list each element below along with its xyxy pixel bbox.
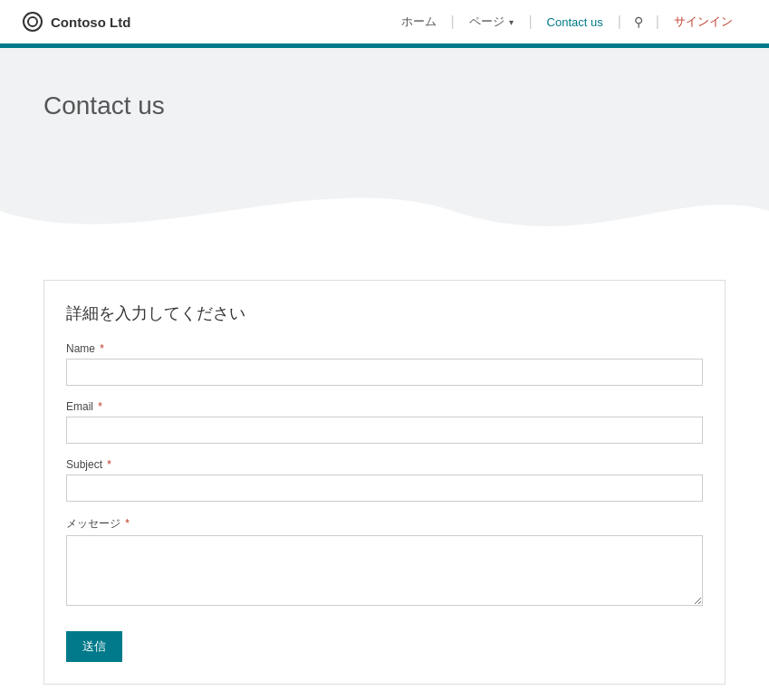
submit-button[interactable]: 送信 bbox=[66, 631, 122, 662]
contact-form-section: 詳細を入力してください Name * Email * Subject * メッ bbox=[43, 280, 726, 685]
form-section-title: 詳細を入力してください bbox=[66, 302, 703, 324]
message-label: メッセージ * bbox=[66, 516, 703, 532]
logo-icon bbox=[22, 11, 43, 33]
subject-input[interactable] bbox=[66, 475, 703, 502]
subject-field-group: Subject * bbox=[66, 458, 703, 502]
submit-area: 送信 bbox=[66, 631, 703, 662]
svg-point-0 bbox=[24, 13, 42, 31]
hero-section: Contact us bbox=[0, 48, 769, 247]
svg-point-1 bbox=[28, 17, 37, 26]
name-field-group: Name * bbox=[66, 342, 703, 386]
hero-wave bbox=[0, 157, 769, 247]
email-required-star: * bbox=[95, 400, 102, 413]
logo[interactable]: Contoso Ltd bbox=[22, 11, 130, 33]
email-label: Email * bbox=[66, 400, 703, 413]
message-textarea[interactable] bbox=[66, 535, 703, 606]
name-required-star: * bbox=[97, 342, 104, 355]
message-field-group: メッセージ * bbox=[66, 516, 703, 609]
nav-signin[interactable]: サインイン bbox=[659, 14, 747, 30]
email-input[interactable] bbox=[66, 417, 703, 444]
subject-label: Subject * bbox=[66, 458, 703, 471]
main-content: 詳細を入力してください Name * Email * Subject * メッ bbox=[0, 247, 769, 700]
email-field-group: Email * bbox=[66, 400, 703, 444]
subject-required-star: * bbox=[104, 458, 111, 471]
nav-contact[interactable]: Contact us bbox=[533, 15, 618, 29]
message-required-star: * bbox=[122, 517, 130, 530]
search-icon[interactable]: ⚲ bbox=[621, 14, 656, 29]
site-header: Contoso Ltd ホーム | ページ ▾ | Contact us | ⚲… bbox=[0, 0, 769, 43]
logo-text: Contoso Ltd bbox=[51, 14, 130, 30]
chevron-down-icon: ▾ bbox=[509, 17, 514, 27]
main-nav: ホーム | ページ ▾ | Contact us | ⚲ | サインイン bbox=[387, 14, 747, 30]
page-title: Contact us bbox=[43, 91, 726, 120]
nav-home[interactable]: ホーム bbox=[387, 14, 451, 30]
name-input[interactable] bbox=[66, 359, 703, 386]
name-label: Name * bbox=[66, 342, 703, 355]
nav-pages[interactable]: ページ ▾ bbox=[455, 14, 529, 30]
